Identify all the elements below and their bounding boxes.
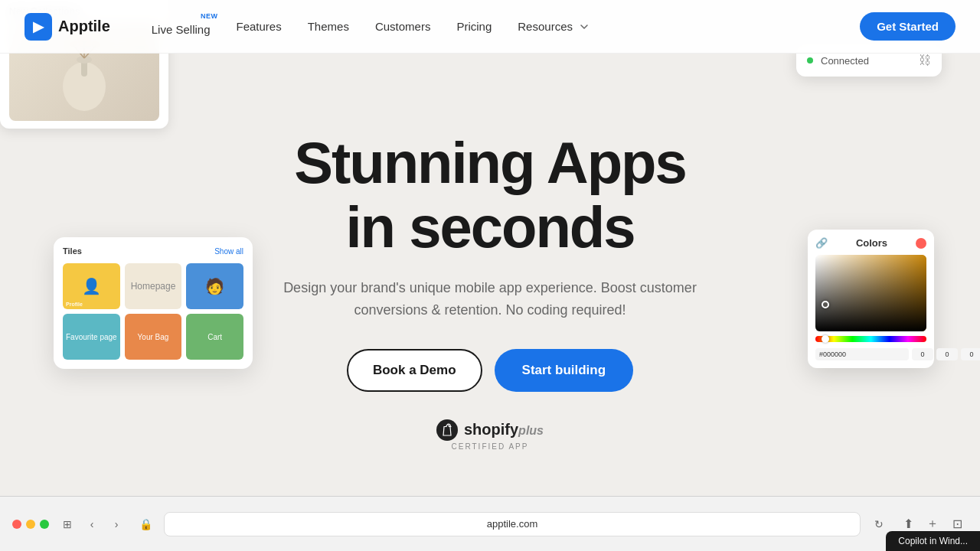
- hex-input[interactable]: [815, 348, 909, 360]
- tile-3: 🧑: [186, 263, 243, 309]
- sidebar-toggle-button[interactable]: ⊞: [57, 514, 78, 535]
- shopify-text: shopifyplus: [464, 421, 544, 439]
- hero-title-line1: Stunning Apps: [294, 130, 686, 195]
- logo[interactable]: ▶ Apptile: [24, 13, 110, 41]
- colors-close-button[interactable]: [916, 238, 926, 249]
- forward-button[interactable]: ›: [106, 514, 127, 535]
- tile-4: Favourite page: [63, 314, 120, 360]
- get-started-button[interactable]: Get Started: [860, 12, 956, 41]
- shopify-bag-icon: [441, 423, 453, 437]
- hue-slider[interactable]: [815, 336, 926, 342]
- app-preview-title: Tiles: [63, 246, 82, 256]
- privacy-icon: 🔒: [135, 514, 156, 535]
- copilot-badge: Copilot in Wind...: [886, 531, 980, 551]
- connected-text: Connected: [821, 55, 869, 67]
- colors-card-header: 🔗 Colors: [815, 237, 926, 249]
- nav-item-features[interactable]: Features: [226, 14, 292, 39]
- nav-label-resources: Resources: [518, 20, 573, 33]
- tile-person-6: Cart: [186, 314, 243, 360]
- fullscreen-button-tl[interactable]: [40, 520, 49, 529]
- tile-person-4: Favourite page: [63, 314, 120, 360]
- nav-item-pricing[interactable]: Pricing: [446, 14, 502, 39]
- traffic-lights: [12, 520, 49, 529]
- book-demo-button[interactable]: Book a Demo: [347, 349, 482, 392]
- hero-title-line2: in seconds: [346, 194, 635, 259]
- back-button[interactable]: ‹: [81, 514, 103, 535]
- b-input[interactable]: [961, 348, 980, 360]
- g-input[interactable]: [936, 348, 958, 360]
- tile-2: Homepage: [125, 263, 182, 309]
- tile-person-2: Homepage: [125, 263, 182, 309]
- connected-dot: [807, 57, 813, 64]
- shopify-icon: [436, 419, 458, 441]
- copilot-text: Copilot in Wind...: [898, 536, 968, 546]
- unlink-icon[interactable]: ⛓: [919, 54, 931, 67]
- shopify-plus-text: plus: [518, 424, 544, 437]
- nav-label-themes: Themes: [308, 20, 349, 33]
- link-icon: 🔗: [815, 237, 828, 249]
- nav-links: NEW Live Selling Features Themes Custome…: [141, 11, 860, 42]
- hero-subtitle: Design your brand's unique mobile app ex…: [283, 277, 697, 321]
- browser-nav: ⊞ ‹ ›: [57, 514, 127, 535]
- tile-1: 👤 Profile: [63, 263, 120, 309]
- address-bar[interactable]: apptile.com: [164, 512, 861, 536]
- tile-label-1: Profile: [66, 302, 83, 307]
- close-button-tl[interactable]: [12, 520, 21, 529]
- hex-row: [815, 348, 926, 360]
- browser-strip: ⊞ ‹ › 🔒 apptile.com ↻ ⬆ ＋ ⊡: [0, 496, 980, 551]
- hero-buttons: Book a Demo Start building: [347, 349, 633, 392]
- shopify-logo: shopifyplus: [436, 419, 544, 441]
- logo-icon: ▶: [24, 13, 52, 41]
- tiles-grid: 👤 Profile Homepage 🧑 Favourite page Your…: [63, 263, 243, 360]
- shopify-name: shopify: [464, 421, 518, 438]
- nav-label-live-selling: Live Selling: [152, 23, 211, 36]
- colors-card-title: Colors: [856, 237, 887, 249]
- shopify-certified-text: CERTIFIED APP: [452, 442, 529, 451]
- hue-slider-thumb[interactable]: [822, 335, 829, 343]
- nav-label-customers: Customers: [375, 20, 431, 33]
- tile-6: Cart: [186, 314, 243, 360]
- r-input[interactable]: [912, 348, 933, 360]
- colors-card: 🔗 Colors: [808, 230, 934, 368]
- logo-text: Apptile: [58, 18, 110, 35]
- reload-button[interactable]: ↻: [868, 514, 890, 535]
- nav-label-features: Features: [237, 20, 282, 33]
- app-preview-header: Tiles Show all: [63, 246, 243, 256]
- app-preview-card: Tiles Show all 👤 Profile Homepage 🧑 Favo…: [54, 237, 253, 369]
- color-picker-handle[interactable]: [822, 301, 829, 308]
- chevron-down-icon: [579, 21, 590, 32]
- nav-item-customers[interactable]: Customers: [364, 14, 442, 39]
- hero-title: Stunning Apps in seconds: [294, 131, 686, 259]
- tile-5: Your Bag: [125, 314, 182, 360]
- shopify-badge: shopifyplus CERTIFIED APP: [436, 419, 544, 451]
- url-text: apptile.com: [487, 518, 537, 530]
- nav-item-themes[interactable]: Themes: [297, 14, 360, 39]
- start-building-button[interactable]: Start building: [495, 349, 634, 392]
- color-picker-gradient[interactable]: [815, 255, 926, 331]
- navbar: ▶ Apptile NEW Live Selling Features Them…: [0, 0, 980, 54]
- minimize-button-tl[interactable]: [26, 520, 35, 529]
- nav-item-live-selling[interactable]: NEW Live Selling: [141, 11, 221, 42]
- tile-person-3: 🧑: [186, 263, 243, 309]
- app-preview-show-all[interactable]: Show all: [214, 247, 243, 256]
- tile-person-5: Your Bag: [125, 314, 182, 360]
- nav-label-pricing: Pricing: [456, 20, 492, 33]
- nav-badge-new: NEW: [201, 12, 218, 20]
- nav-item-resources[interactable]: Resources: [507, 14, 600, 39]
